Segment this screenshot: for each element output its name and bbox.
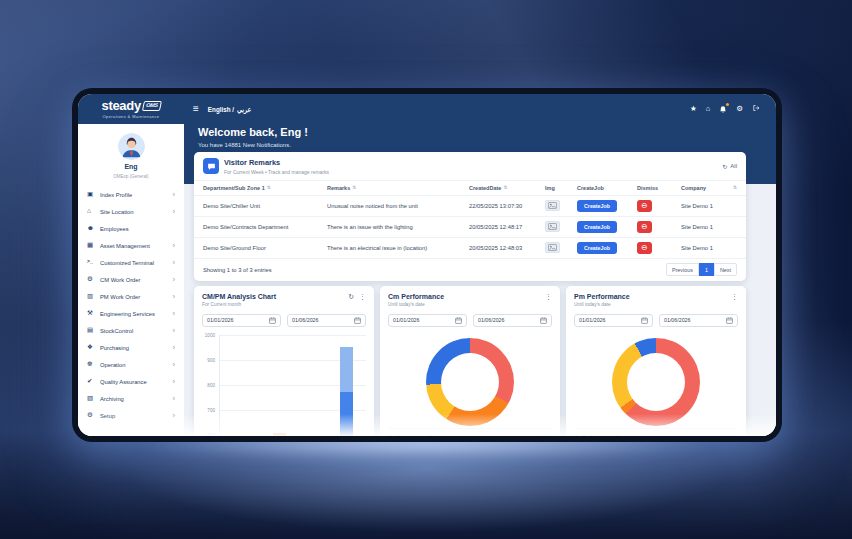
- chevron-right-icon: ›: [173, 344, 176, 352]
- entries-summary: Showing 1 to 3 of 3 entries: [203, 267, 272, 273]
- building-icon: ⌂: [87, 208, 100, 215]
- sort-icon[interactable]: ⇅: [267, 185, 271, 190]
- page-1-button[interactable]: 1: [699, 263, 714, 276]
- sidebar-item-label: Employees: [100, 226, 175, 232]
- date-from-input[interactable]: 01/01/2026: [202, 314, 281, 327]
- refresh-icon[interactable]: ↻: [348, 293, 354, 300]
- gear-icon[interactable]: ⚙: [736, 105, 743, 113]
- sidebar-item-site-location[interactable]: ⌂ Site Location ›: [78, 203, 184, 220]
- calendar-icon: [540, 317, 547, 324]
- column-department[interactable]: Department/Sub Zone 1: [203, 185, 265, 191]
- bell-icon[interactable]: [719, 105, 727, 114]
- image-preview-button[interactable]: [545, 221, 560, 232]
- language-arabic[interactable]: عربي: [237, 106, 251, 113]
- date-to-input[interactable]: 01/06/2026: [473, 314, 552, 327]
- column-remarks[interactable]: Remarks: [327, 185, 350, 191]
- logout-icon[interactable]: [752, 104, 760, 114]
- column-dismiss: Dismiss: [637, 185, 658, 191]
- kebab-menu-icon[interactable]: ⋮: [359, 293, 366, 300]
- remarks-actions: ↻ All: [722, 163, 737, 170]
- column-createddate[interactable]: CreatedDate: [469, 185, 501, 191]
- create-job-button[interactable]: CreateJob: [577, 221, 617, 233]
- language-english[interactable]: English /: [208, 106, 234, 113]
- marketing-background: steady OMS Operations & Maintenance ≡ En…: [0, 0, 852, 539]
- next-page-button[interactable]: Next: [714, 263, 737, 276]
- sidebar-item-customized-terminal[interactable]: >_ Customized Terminal ›: [78, 254, 184, 271]
- legend-value: 47.06%: [720, 434, 738, 436]
- sidebar-item-cm-work-order[interactable]: ⚙ CM Work Order ›: [78, 271, 184, 288]
- avatar[interactable]: [118, 133, 145, 160]
- chart-title: Cm Performance: [388, 293, 552, 300]
- image-preview-button[interactable]: [545, 200, 560, 211]
- calendar-icon: [641, 317, 648, 324]
- sidebar-item-stockcontrol[interactable]: ▤ StockControl ›: [78, 322, 184, 339]
- sort-icon[interactable]: ⇅: [503, 185, 507, 190]
- clipboard-icon: ▥: [87, 293, 100, 300]
- chart-subtitle: For Current month: [202, 302, 366, 307]
- sidebar-item-purchasing[interactable]: ❖ Purchasing ›: [78, 339, 184, 356]
- dashboard-screen: steady OMS Operations & Maintenance ≡ En…: [78, 94, 776, 436]
- date-to-input[interactable]: 01/06/2026: [659, 314, 738, 327]
- date-from-input[interactable]: 01/01/2026: [388, 314, 467, 327]
- image-preview-button[interactable]: [545, 242, 560, 253]
- gear-icon: ⚙: [87, 276, 100, 283]
- date-from-input[interactable]: 01/01/2026: [574, 314, 653, 327]
- chart-title: CM/PM Analysis Chart: [202, 293, 366, 300]
- sidebar-item-index-profile[interactable]: ▣ Index Profile ›: [78, 186, 184, 203]
- legend-label: Performance Rate: [396, 434, 440, 436]
- chevron-right-icon: ›: [173, 361, 176, 369]
- terminal-icon: >_: [87, 260, 100, 265]
- hamburger-menu-icon[interactable]: ≡: [193, 104, 199, 114]
- company-cell: Site Demo 1: [681, 203, 737, 209]
- visitor-remarks-header: Visitor Remarks For Current Week • Track…: [194, 152, 746, 180]
- sidebar-menu: ▣ Index Profile › ⌂ Site Location › ☻ Em…: [78, 186, 184, 424]
- sidebar-item-archiving[interactable]: ▧ Archiving ›: [78, 390, 184, 407]
- column-company[interactable]: Company: [681, 185, 706, 191]
- archive-icon: ▧: [87, 395, 100, 402]
- sidebar-item-label: StockControl: [100, 328, 173, 334]
- company-cell: Site Demo 1: [681, 245, 737, 251]
- chart-title: Pm Performance: [574, 293, 738, 300]
- notifications-summary: You have 14881 New Notifications.: [198, 142, 291, 148]
- sidebar-item-pm-work-order[interactable]: ▥ PM Work Order ›: [78, 288, 184, 305]
- kebab-menu-icon[interactable]: ⋮: [731, 293, 738, 300]
- dismiss-button[interactable]: ⊖: [637, 221, 652, 233]
- create-job-button[interactable]: CreateJob: [577, 242, 617, 254]
- sidebar-item-label: Customized Terminal: [100, 260, 173, 266]
- previous-page-button[interactable]: Previous: [666, 263, 699, 276]
- star-icon[interactable]: ★: [690, 105, 697, 113]
- sidebar-item-employees[interactable]: ☻ Employees: [78, 220, 184, 237]
- sort-icon[interactable]: ⇅: [352, 185, 356, 190]
- sort-icon[interactable]: ⇅: [733, 185, 737, 190]
- cart-icon: ❖: [87, 344, 100, 351]
- logo-tagline: Operations & Maintenance: [103, 114, 160, 119]
- create-job-button[interactable]: CreateJob: [577, 200, 617, 212]
- table-footer: Showing 1 to 3 of 3 entries Previous 1 N…: [194, 258, 746, 281]
- sidebar-item-label: PM Work Order: [100, 294, 173, 300]
- table-row: Demo Site/Contracts Department There is …: [194, 216, 746, 237]
- dismiss-button[interactable]: ⊖: [637, 242, 652, 254]
- sidebar-item-label: Site Location: [100, 209, 173, 215]
- all-filter-button[interactable]: All: [730, 163, 737, 169]
- chevron-right-icon: ›: [173, 327, 176, 335]
- y-axis: 1000 900 800 700 600: [202, 335, 219, 435]
- sidebar-item-asset-management[interactable]: ▦ Asset Management ›: [78, 237, 184, 254]
- sidebar-item-label: Purchasing: [100, 345, 173, 351]
- notification-dot: [726, 103, 730, 107]
- sidebar-item-operation[interactable]: ☸ Operation ›: [78, 356, 184, 373]
- people-icon: ☻: [87, 225, 100, 232]
- sidebar-item-setup[interactable]: ⚙ Setup ›: [78, 407, 184, 424]
- date-to-input[interactable]: 01/06/2026: [287, 314, 366, 327]
- cm-performance-card: Cm Performance Until today's date ⋮ 01/0…: [380, 286, 560, 436]
- refresh-icon[interactable]: ↻: [722, 163, 727, 170]
- home-icon[interactable]: ⌂: [706, 105, 711, 113]
- pagination: Previous 1 Next: [666, 263, 737, 276]
- department-cell: Demo Site/Contracts Department: [203, 224, 327, 230]
- app-logo[interactable]: steady OMS Operations & Maintenance: [78, 94, 184, 124]
- kebab-menu-icon[interactable]: ⋮: [545, 293, 552, 300]
- sidebar-item-engineering-services[interactable]: ⚒ Engineering Services ›: [78, 305, 184, 322]
- language-switcher[interactable]: English / عربي: [208, 106, 251, 113]
- sidebar-item-quality-assurance[interactable]: ✔ Quality Assurance ›: [78, 373, 184, 390]
- dismiss-button[interactable]: ⊖: [637, 200, 652, 212]
- calendar-icon: [354, 317, 361, 324]
